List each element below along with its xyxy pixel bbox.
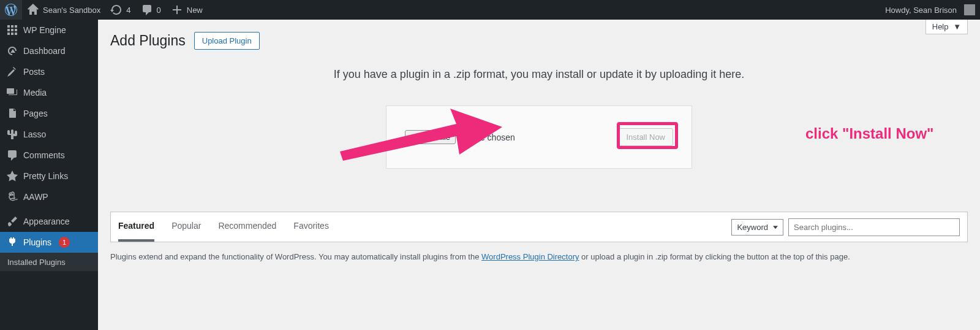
admin-bar-left: Sean's Sandbox 4 0 New — [0, 0, 208, 20]
my-account-menu[interactable]: Howdy, Sean Brison — [880, 0, 980, 20]
upload-plugin-button[interactable]: Upload Plugin — [194, 32, 260, 50]
sidebar-item-label: Dashboard — [23, 46, 66, 56]
new-content-menu[interactable]: New — [166, 0, 208, 20]
star-icon — [6, 170, 18, 182]
chevron-down-icon: ▼ — [953, 22, 961, 31]
site-name-label: Sean's Sandbox — [43, 6, 100, 15]
pin-icon — [6, 66, 18, 78]
site-name-menu[interactable]: Sean's Sandbox — [22, 0, 105, 20]
comments-count: 0 — [157, 6, 161, 15]
sidebar-item-label: Plugins — [23, 237, 51, 247]
help-label: Help — [932, 22, 949, 31]
svg-rect-0 — [7, 25, 10, 28]
svg-rect-3 — [7, 29, 10, 31]
svg-rect-7 — [11, 33, 13, 35]
sidebar-item-aawp[interactable]: AAWP — [0, 186, 98, 207]
brush-icon — [6, 215, 18, 228]
sidebar-subitem-label: Installed Plugins — [7, 258, 66, 267]
svg-rect-1 — [11, 25, 13, 28]
sidebar-item-label: WP Engine — [23, 25, 66, 35]
sidebar-item-label: Comments — [23, 150, 65, 160]
avatar — [964, 4, 975, 15]
svg-rect-4 — [11, 29, 13, 31]
filter-tab-recommended[interactable]: Recommended — [218, 212, 276, 242]
sidebar-item-wpengine[interactable]: WP Engine — [0, 20, 98, 40]
admin-sidebar: WP Engine Dashboard Posts Media Pages La… — [0, 20, 98, 288]
search-type-select[interactable]: Keyword — [731, 219, 783, 236]
page-title: Add Plugins — [110, 33, 186, 49]
plugin-directory-link[interactable]: WordPress Plugin Directory — [481, 252, 579, 261]
annotation-arrow — [334, 96, 505, 172]
media-icon — [6, 86, 18, 99]
help-tab[interactable]: Help ▼ — [925, 20, 968, 34]
page-icon — [6, 107, 18, 120]
cactus-icon — [6, 128, 18, 140]
sidebar-subitem-installed-plugins[interactable]: Installed Plugins — [0, 253, 98, 271]
annotation-text: click "Install Now" — [805, 125, 933, 142]
plug-icon — [6, 236, 18, 248]
admin-bar-right: Howdy, Sean Brison — [880, 0, 980, 20]
wordpress-icon — [5, 4, 17, 16]
sidebar-item-label: Media — [23, 88, 47, 98]
updates-count: 4 — [126, 6, 130, 15]
sidebar-item-pages[interactable]: Pages — [0, 103, 98, 124]
annotation-highlight — [617, 122, 678, 149]
filter-tab-popular[interactable]: Popular — [172, 212, 201, 242]
admin-bar: Sean's Sandbox 4 0 New Howdy, Sean Briso… — [0, 0, 980, 20]
sidebar-item-dashboard[interactable]: Dashboard — [0, 40, 98, 61]
filter-tab-featured[interactable]: Featured — [118, 212, 154, 242]
svg-rect-8 — [15, 33, 17, 35]
sidebar-item-label: AAWP — [23, 192, 48, 202]
sidebar-item-label: Lasso — [23, 129, 46, 139]
filter-tabs: Featured Popular Recommended Favorites — [118, 212, 329, 242]
plus-icon — [171, 4, 183, 16]
new-label: New — [187, 6, 203, 15]
page-heading: Add Plugins Upload Plugin — [110, 26, 968, 50]
amazon-icon — [6, 191, 18, 203]
howdy-text: Howdy, Sean Brison — [885, 6, 957, 15]
update-badge: 1 — [59, 237, 70, 248]
comment-icon — [6, 149, 18, 161]
main-content: Help ▼ Add Plugins Upload Plugin If you … — [98, 20, 980, 288]
sidebar-item-lasso[interactable]: Lasso — [0, 124, 98, 145]
sidebar-item-label: Posts — [23, 67, 45, 77]
filter-bar: Featured Popular Recommended Favorites K… — [110, 212, 968, 242]
description-post: or upload a plugin in .zip format by cli… — [579, 252, 850, 261]
dashboard-icon — [6, 45, 18, 57]
sidebar-item-comments[interactable]: Comments — [0, 145, 98, 166]
search-input[interactable] — [788, 218, 960, 236]
upload-hint: If you have a plugin in a .zip format, y… — [110, 68, 968, 81]
filter-search: Keyword — [731, 218, 960, 236]
sidebar-item-prettylinks[interactable]: Pretty Links — [0, 166, 98, 186]
grid-icon — [6, 24, 18, 36]
svg-rect-6 — [7, 33, 10, 35]
comments-menu[interactable]: 0 — [136, 0, 166, 20]
home-icon — [27, 4, 39, 16]
description-pre: Plugins extend and expand the functional… — [110, 252, 481, 261]
sidebar-item-appearance[interactable]: Appearance — [0, 211, 98, 232]
comment-icon — [141, 4, 153, 16]
sidebar-item-media[interactable]: Media — [0, 82, 98, 103]
svg-rect-2 — [15, 25, 17, 28]
sidebar-item-label: Appearance — [23, 217, 70, 226]
wp-logo-menu[interactable] — [0, 0, 22, 20]
sidebar-item-plugins[interactable]: Plugins 1 — [0, 232, 98, 253]
filter-tab-favorites[interactable]: Favorites — [293, 212, 329, 242]
sidebar-item-posts[interactable]: Posts — [0, 61, 98, 82]
description-text: Plugins extend and expand the functional… — [110, 251, 968, 263]
updates-menu[interactable]: 4 — [105, 0, 135, 20]
refresh-icon — [110, 4, 123, 16]
svg-rect-5 — [15, 29, 17, 31]
sidebar-item-label: Pages — [23, 109, 48, 118]
sidebar-item-label: Pretty Links — [23, 171, 68, 181]
